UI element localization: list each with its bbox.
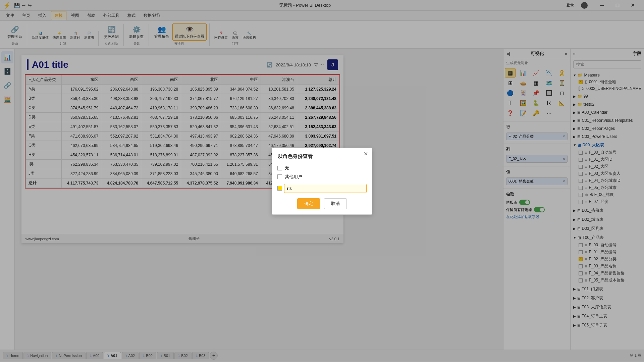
modal-overlay[interactable]: ✕ 以角色身份查看 无 其他用户 确定 取消 [0, 0, 644, 362]
modal-option-none: 无 [277, 164, 367, 172]
modal-footer: 确定 取消 [277, 198, 367, 209]
modal-rls-checkbox[interactable] [277, 186, 282, 191]
modal-confirm-button[interactable]: 确定 [297, 198, 320, 209]
role-view-modal: ✕ 以角色身份查看 无 其他用户 确定 取消 [272, 148, 372, 215]
modal-none-checkbox[interactable] [277, 166, 282, 170]
modal-rls-input-row [277, 184, 367, 193]
modal-other-user-checkbox[interactable] [277, 174, 282, 179]
modal-close-button[interactable]: ✕ [364, 151, 368, 157]
modal-title: 以角色身份查看 [277, 153, 367, 160]
modal-rls-input[interactable] [284, 184, 367, 193]
modal-option-other-user: 其他用户 [277, 172, 367, 181]
modal-cancel-button[interactable]: 取消 [324, 198, 347, 209]
